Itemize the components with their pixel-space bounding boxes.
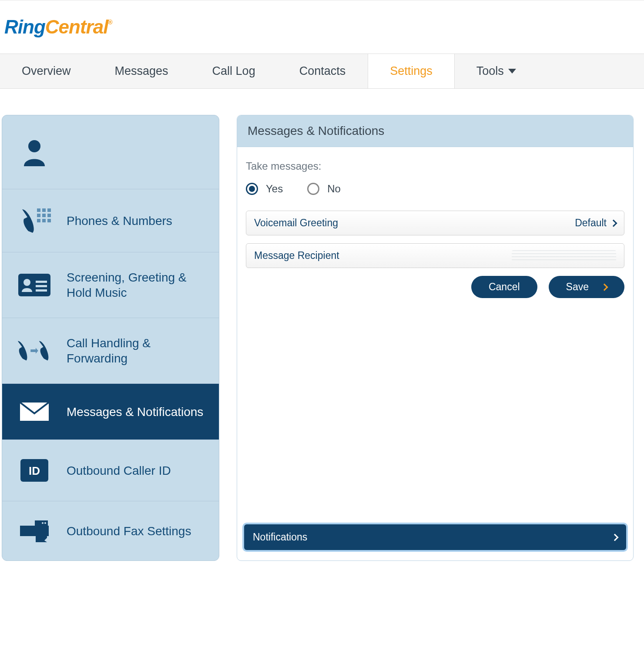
radio-no[interactable]: No bbox=[307, 183, 341, 195]
button-label: Save bbox=[566, 281, 589, 293]
call-forward-icon bbox=[15, 339, 54, 362]
sidebar-item-messages-notifications[interactable]: Messages & Notifications bbox=[2, 384, 219, 440]
logo-part1: Ring bbox=[4, 16, 45, 37]
logo: RingCentral® bbox=[4, 16, 112, 37]
cancel-button[interactable]: Cancel bbox=[471, 276, 537, 298]
notifications-bar[interactable]: Notifications bbox=[244, 524, 626, 550]
take-messages-radios: Yes No bbox=[246, 183, 624, 195]
settings-sidebar: Phones & Numbers Screening, Greeting & H… bbox=[2, 115, 219, 561]
row-value bbox=[512, 250, 616, 262]
radio-label: Yes bbox=[266, 183, 283, 195]
panel-footer: Notifications bbox=[237, 517, 633, 560]
svg-rect-1 bbox=[37, 208, 40, 212]
svg-rect-3 bbox=[47, 208, 51, 212]
nav-overview[interactable]: Overview bbox=[0, 54, 93, 88]
sidebar-item-screening[interactable]: Screening, Greeting & Hold Music bbox=[2, 252, 219, 318]
envelope-icon bbox=[15, 401, 54, 422]
row-message-recipient[interactable]: Message Recipient bbox=[246, 243, 624, 268]
svg-point-22 bbox=[42, 522, 44, 524]
chevron-right-icon bbox=[601, 283, 608, 291]
button-row: Cancel Save bbox=[246, 276, 624, 298]
row-value-text: Default bbox=[575, 217, 607, 229]
svg-rect-13 bbox=[36, 285, 47, 287]
fax-icon bbox=[15, 519, 54, 543]
sidebar-item-outbound-caller-id[interactable]: ID Outbound Caller ID bbox=[2, 440, 219, 501]
row-label: Message Recipient bbox=[254, 250, 339, 262]
svg-rect-7 bbox=[37, 219, 40, 222]
panel-body: Take messages: Yes No Voicemail Greeting… bbox=[237, 147, 633, 517]
sidebar-item-call-handling[interactable]: Call Handling & Forwarding bbox=[2, 318, 219, 384]
sidebar-item-phones-numbers[interactable]: Phones & Numbers bbox=[2, 189, 219, 252]
svg-rect-20 bbox=[20, 526, 49, 536]
radio-label: No bbox=[327, 183, 341, 195]
sidebar-item-outbound-fax[interactable]: Outbound Fax Settings bbox=[2, 501, 219, 560]
redacted-text bbox=[512, 250, 616, 262]
nav-settings[interactable]: Settings bbox=[368, 54, 455, 88]
button-label: Cancel bbox=[489, 281, 520, 293]
user-icon bbox=[15, 138, 54, 166]
chevron-down-icon bbox=[508, 69, 516, 74]
nav-label: Settings bbox=[390, 64, 433, 78]
chevron-right-icon bbox=[611, 533, 619, 541]
svg-rect-2 bbox=[42, 208, 46, 212]
logo-part2: Central bbox=[45, 16, 108, 37]
svg-point-23 bbox=[44, 522, 46, 524]
nav-label: Contacts bbox=[299, 64, 346, 78]
registered-mark-icon: ® bbox=[108, 19, 112, 26]
nav-call-log[interactable]: Call Log bbox=[191, 54, 278, 88]
nav-label: Overview bbox=[22, 64, 71, 78]
chevron-right-icon bbox=[610, 219, 617, 227]
nav-contacts[interactable]: Contacts bbox=[278, 54, 368, 88]
svg-text:ID: ID bbox=[29, 464, 40, 477]
logo-bar: RingCentral® bbox=[0, 0, 644, 54]
svg-rect-21 bbox=[36, 536, 47, 542]
nav-messages[interactable]: Messages bbox=[93, 54, 191, 88]
nav-label: Call Log bbox=[212, 64, 255, 78]
svg-point-11 bbox=[23, 279, 30, 286]
svg-rect-6 bbox=[47, 214, 51, 217]
radio-icon bbox=[246, 183, 258, 195]
messages-notifications-panel: Messages & Notifications Take messages: … bbox=[237, 115, 634, 561]
sidebar-item-user[interactable] bbox=[2, 115, 219, 189]
nav-label: Messages bbox=[115, 64, 168, 78]
svg-rect-14 bbox=[36, 289, 47, 292]
row-label: Voicemail Greeting bbox=[254, 217, 338, 229]
sidebar-item-label: Messages & Notifications bbox=[67, 404, 206, 419]
radio-yes[interactable]: Yes bbox=[246, 183, 283, 195]
svg-rect-12 bbox=[36, 281, 47, 283]
svg-point-0 bbox=[28, 140, 40, 152]
save-button[interactable]: Save bbox=[549, 276, 624, 298]
radio-icon bbox=[307, 183, 319, 195]
row-value: Default bbox=[575, 217, 616, 229]
svg-rect-5 bbox=[42, 214, 46, 217]
id-icon: ID bbox=[15, 457, 54, 483]
sidebar-item-label: Outbound Caller ID bbox=[67, 463, 206, 478]
panel-title: Messages & Notifications bbox=[237, 115, 633, 147]
phone-keypad-icon bbox=[15, 207, 54, 235]
notifications-label: Notifications bbox=[253, 531, 307, 543]
take-messages-label: Take messages: bbox=[246, 160, 624, 172]
main-nav: Overview Messages Call Log Contacts Sett… bbox=[0, 54, 644, 89]
nav-label: Tools bbox=[476, 64, 504, 78]
sidebar-item-label: Outbound Fax Settings bbox=[67, 523, 206, 539]
svg-rect-4 bbox=[37, 214, 40, 217]
sidebar-item-label: Screening, Greeting & Hold Music bbox=[67, 270, 206, 300]
nav-tools[interactable]: Tools bbox=[455, 54, 538, 88]
svg-rect-9 bbox=[47, 219, 51, 222]
id-card-icon bbox=[15, 273, 54, 297]
row-voicemail-greeting[interactable]: Voicemail Greeting Default bbox=[246, 211, 624, 235]
sidebar-item-label: Call Handling & Forwarding bbox=[67, 336, 206, 366]
svg-rect-8 bbox=[42, 219, 46, 222]
sidebar-item-label: Phones & Numbers bbox=[67, 213, 206, 228]
